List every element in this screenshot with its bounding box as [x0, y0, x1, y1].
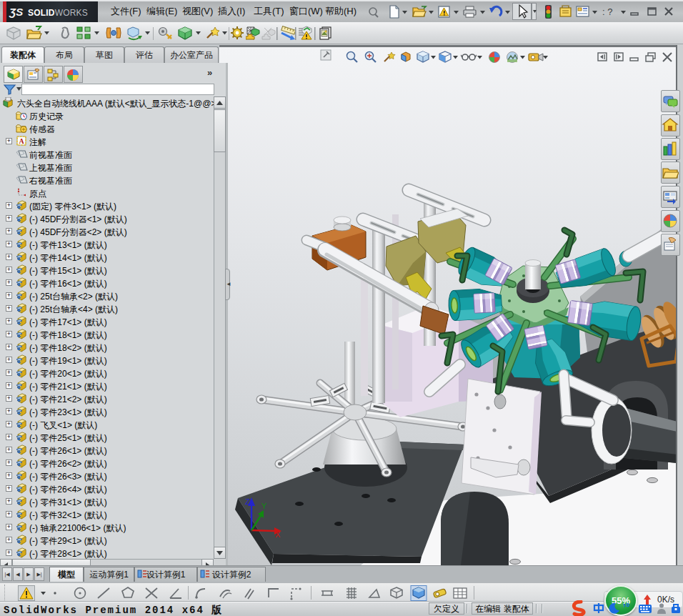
svg-text:A: A: [19, 137, 24, 145]
svg-text:Z: Z: [245, 497, 250, 506]
svg-text:X: X: [275, 530, 281, 539]
svg-text:: ?: : ?: [602, 6, 612, 17]
svg-text:Y: Y: [261, 502, 267, 510]
